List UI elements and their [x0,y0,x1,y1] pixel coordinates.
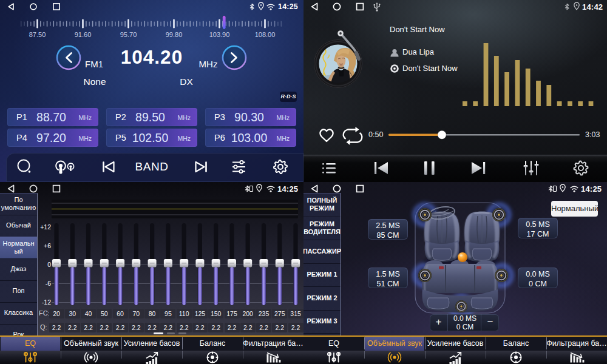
svg-text:91.60: 91.60 [75,31,92,38]
svg-text:95.70: 95.70 [120,31,137,38]
svg-text:108.00: 108.00 [255,31,276,38]
svg-text:87.50: 87.50 [29,31,46,38]
svg-text:103.90: 103.90 [209,31,230,38]
svg-text:99.80: 99.80 [166,31,183,38]
